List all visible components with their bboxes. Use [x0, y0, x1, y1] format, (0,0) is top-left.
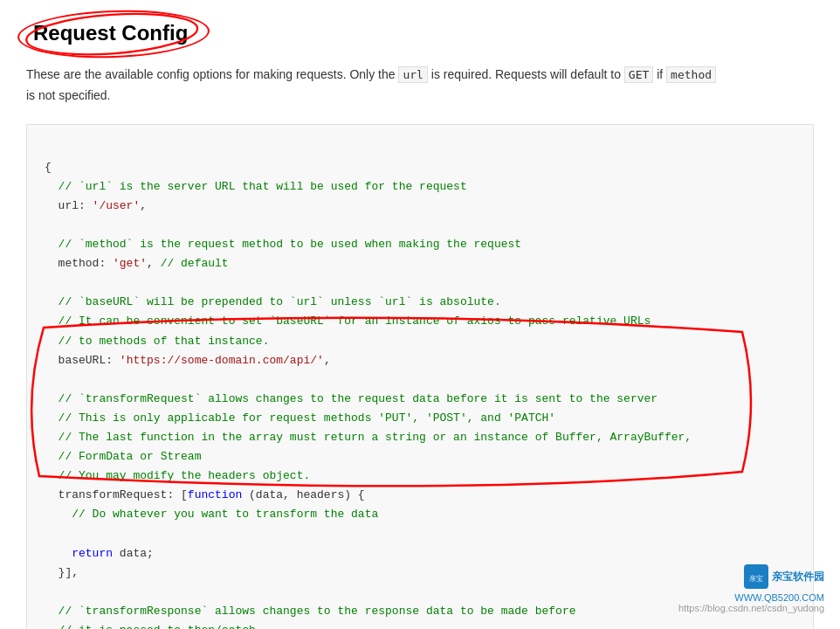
- desc-code-get: GET: [624, 66, 653, 83]
- page-title: Request Config: [26, 17, 195, 49]
- desc-text-4: is not specified.: [26, 88, 111, 102]
- watermark-url: https://blog.csdn.net/csdn_yudong: [678, 603, 824, 613]
- desc-code-method: method: [666, 66, 716, 83]
- watermark: 亲宝 亲宝软件园 WWW.QB5200.COM https://blog.csd…: [678, 564, 824, 613]
- description: These are the available config options f…: [26, 65, 814, 107]
- desc-text-1: These are the available config options f…: [26, 67, 398, 81]
- code-wrapper: { // `url` is the server URL that will b…: [26, 124, 814, 629]
- code-block: { // `url` is the server URL that will b…: [26, 124, 814, 629]
- title-container: Request Config: [26, 17, 195, 49]
- desc-code-url: url: [398, 66, 427, 83]
- svg-text:亲宝: 亲宝: [749, 575, 763, 583]
- watermark-site: WWW.QB5200.COM: [678, 592, 824, 603]
- desc-text-2: is required. Requests will default to: [428, 67, 624, 81]
- logo-icon: 亲宝: [744, 564, 768, 589]
- desc-text-3: if: [653, 67, 666, 81]
- watermark-logo: 亲宝软件园: [772, 570, 824, 584]
